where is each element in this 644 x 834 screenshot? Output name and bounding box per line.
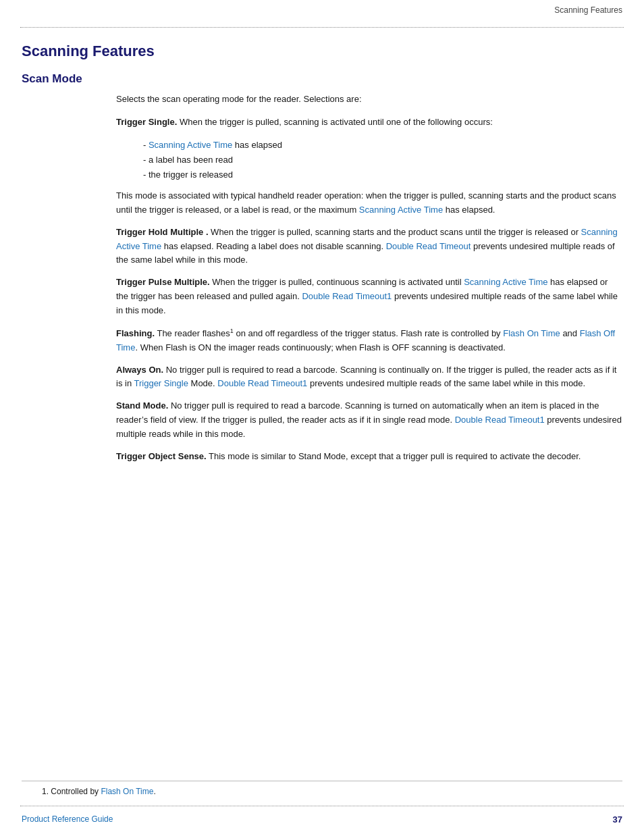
stand-mode-para: Stand Mode. No trigger pull is required … [116,399,622,441]
footnote-number: 1. [42,787,49,796]
bottom-dotted-rule [20,806,624,806]
always-on-label: Always On. [116,365,163,375]
flashing-para: Flashing. The reader flashes1 on and off… [116,326,622,355]
link-double-read-timeout1-1[interactable]: Double Read Timeout1 [302,291,392,301]
link-double-read-timeout-1[interactable]: Double Read Timeout [386,241,471,251]
flashing-label: Flashing. [116,328,155,338]
footer-nav: Product Reference Guide 37 [0,810,644,834]
link-double-read-timeout1-3[interactable]: Double Read Timeout1 [455,415,545,425]
trigger-pulse-para: Trigger Pulse Multiple. When the trigger… [116,276,622,317]
trigger-single-label: Trigger Single. [116,117,177,127]
link-flash-on-time-footnote[interactable]: Flash On Time [101,787,153,796]
trigger-hold-label: Trigger Hold Multiple . [116,227,209,237]
link-flash-on-time-1[interactable]: Flash On Time [503,328,560,338]
footer-rule [22,781,622,781]
flashing-sup: 1 [230,328,234,334]
footer-left-text: Product Reference Guide [22,814,113,825]
trigger-single-list: Scanning Active Time has elapsed a label… [143,138,622,182]
bullet-item-1: Scanning Active Time has elapsed [143,138,622,153]
link-double-read-timeout1-2[interactable]: Double Read Timeout1 [217,378,307,388]
link-scanning-active-time-4[interactable]: Scanning Active Time [464,277,547,287]
top-rule [20,27,624,28]
footnote-text: 1. Controlled by Flash On Time. [22,787,622,796]
trigger-single-para: Trigger Single. When the trigger is pull… [116,115,622,130]
bullet-item-3: the trigger is released [143,167,622,182]
footnote-area: 1. Controlled by Flash On Time. [0,787,644,796]
intro-text: Selects the scan operating mode for the … [116,93,622,106]
trigger-single-text: When the trigger is pulled, scanning is … [177,117,493,127]
section-title: Scan Mode [22,72,622,86]
link-scanning-active-time-1[interactable]: Scanning Active Time [149,140,232,150]
always-on-para: Always On. No trigger pull is required t… [116,363,622,392]
chapter-title: Scanning Features [22,43,622,60]
link-trigger-single[interactable]: Trigger Single [134,378,188,388]
trigger-single-note: This mode is associated with typical han… [116,189,622,217]
page-footer: 1. Controlled by Flash On Time. Product … [0,781,644,834]
stand-mode-label: Stand Mode. [116,400,168,411]
page-header-title: Scanning Features [554,5,622,15]
trigger-pulse-label: Trigger Pulse Multiple. [116,277,210,287]
trigger-object-label: Trigger Object Sense. [116,451,207,461]
footer-page-number: 37 [613,814,622,825]
trigger-hold-para: Trigger Hold Multiple . When the trigger… [116,226,622,267]
trigger-object-para: Trigger Object Sense. This mode is simil… [116,450,622,464]
bullet-item-2: a label has been read [143,153,622,167]
link-scanning-active-time-2[interactable]: Scanning Active Time [359,205,443,215]
